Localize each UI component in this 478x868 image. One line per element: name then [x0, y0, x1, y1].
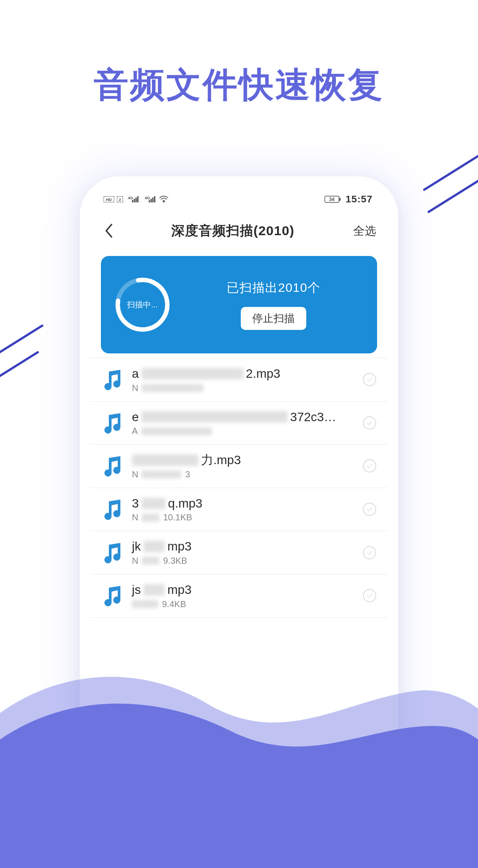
file-name: jsmp3 [132, 582, 357, 597]
svg-text:HD: HD [106, 198, 112, 202]
item-checkbox[interactable] [363, 459, 376, 473]
list-item[interactable]: jkmp3 N9.3KB [90, 531, 388, 574]
item-checkbox[interactable] [363, 589, 376, 602]
svg-rect-12 [152, 198, 154, 202]
list-item[interactable]: 力.mp3 N3 [90, 445, 388, 488]
page-title: 深度音频扫描(2010) [120, 222, 346, 240]
music-note-icon [99, 410, 126, 436]
svg-rect-5 [132, 200, 133, 202]
decorative-lines-top [381, 124, 478, 186]
svg-rect-7 [135, 198, 137, 202]
svg-text:4G: 4G [128, 196, 133, 200]
audio-file-list[interactable]: a2.mp3 N e372c3… [90, 358, 388, 803]
list-item[interactable]: e372c3… A [90, 402, 388, 445]
list-item[interactable]: jsmp3 9.4KB [90, 574, 388, 618]
item-checkbox[interactable] [363, 416, 376, 430]
svg-rect-11 [150, 199, 152, 202]
music-note-icon [99, 582, 126, 609]
music-note-icon [99, 453, 126, 479]
file-meta: N10.1KB [132, 512, 357, 523]
file-name: jkmp3 [132, 539, 357, 554]
file-name: 力.mp3 [132, 453, 357, 468]
svg-text:4G: 4G [145, 196, 150, 200]
scan-panel: 扫描中... 已扫描出2010个 停止扫描 [101, 256, 377, 353]
phone-mockup: HD 2 4G 4G 34 15:57 [80, 176, 398, 814]
signal-4g-icon-2: 4G [143, 196, 157, 203]
item-checkbox[interactable] [363, 546, 376, 559]
svg-rect-13 [154, 196, 155, 202]
select-all-button[interactable]: 全选 [350, 223, 376, 239]
app-bar: 深度音频扫描(2010) 全选 [90, 212, 388, 250]
file-meta: N3 [132, 469, 357, 480]
svg-point-14 [163, 201, 164, 202]
battery-icon: 34 [324, 196, 341, 203]
signal-4g-icon: 4G [126, 196, 140, 203]
status-time: 15:57 [346, 194, 373, 205]
svg-rect-6 [134, 199, 135, 202]
list-item[interactable]: a2.mp3 N [90, 358, 388, 402]
scan-progress-label: 扫描中... [114, 276, 171, 333]
phone-screen: HD 2 4G 4G 34 15:57 [90, 187, 388, 803]
file-meta: A [132, 426, 357, 436]
promo-title: 音频文件快速恢复 [0, 62, 478, 108]
wifi-icon [159, 196, 168, 203]
music-note-icon [99, 496, 126, 523]
stop-scan-button[interactable]: 停止扫描 [241, 307, 306, 330]
list-item[interactable]: 3q.mp3 N10.1KB [90, 488, 388, 531]
status-bar: HD 2 4G 4G 34 15:57 [90, 187, 388, 212]
item-checkbox[interactable] [363, 503, 376, 516]
file-meta: N9.3KB [132, 556, 357, 566]
hd-icon: HD [104, 196, 114, 202]
svg-rect-10 [149, 200, 150, 202]
file-meta: N [132, 383, 357, 393]
sim-icon: 2 [117, 196, 123, 202]
svg-rect-8 [137, 196, 139, 202]
file-name: a2.mp3 [132, 366, 357, 381]
item-checkbox[interactable] [363, 373, 376, 386]
battery-level: 34 [329, 197, 335, 202]
music-note-icon [99, 539, 126, 566]
scan-count-text: 已扫描出2010个 [227, 279, 320, 296]
svg-text:2: 2 [119, 198, 121, 202]
file-meta: 9.4KB [132, 599, 357, 609]
file-name: e372c3… [132, 410, 357, 425]
file-name: 3q.mp3 [132, 496, 357, 511]
svg-rect-16 [339, 198, 340, 201]
scan-progress-ring: 扫描中... [114, 276, 171, 333]
music-note-icon [99, 366, 126, 393]
back-button[interactable] [102, 220, 116, 242]
